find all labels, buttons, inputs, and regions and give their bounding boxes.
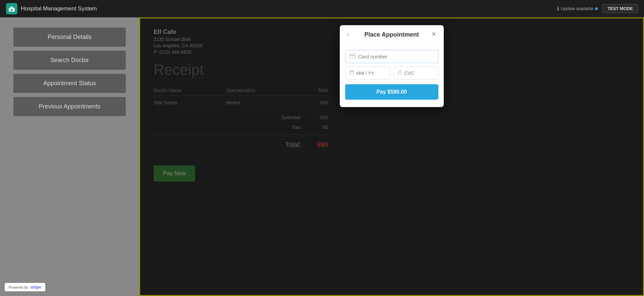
- modal-overlay: ‹ Place Appointment ✕: [140, 18, 643, 295]
- cvc-field[interactable]: [393, 66, 438, 80]
- update-dot: [595, 7, 598, 10]
- info-icon: ℹ: [557, 6, 559, 12]
- modal-header: ‹ Place Appointment ✕: [340, 25, 444, 43]
- modal-back-button[interactable]: ‹: [344, 29, 352, 39]
- svg-rect-4: [350, 55, 355, 56]
- sidebar-item-search-doctor[interactable]: Search Doctor: [13, 51, 126, 70]
- modal-title: Place Appointment: [364, 31, 419, 38]
- powered-by-text: Powered by: [9, 285, 28, 289]
- sidebar: Personal Details Search Doctor Appointme…: [0, 17, 139, 296]
- card-number-input[interactable]: [358, 54, 434, 59]
- modal-close-button[interactable]: ✕: [429, 29, 439, 39]
- svg-rect-9: [398, 72, 401, 75]
- cvc-input[interactable]: [405, 70, 434, 76]
- place-appointment-modal: ‹ Place Appointment ✕: [340, 25, 444, 107]
- main-layout: Personal Details Search Doctor Appointme…: [0, 17, 644, 296]
- card-details-row: [345, 66, 438, 80]
- test-mode-button[interactable]: TEST MODE: [602, 4, 638, 13]
- lock-icon: [398, 70, 402, 76]
- sidebar-item-previous-appointments[interactable]: Previous Appointments: [13, 97, 126, 116]
- pay-button[interactable]: Pay $590.00: [345, 84, 438, 100]
- app-logo-icon: [6, 3, 17, 14]
- svg-rect-2: [11, 9, 12, 11]
- expiry-field[interactable]: [345, 66, 390, 80]
- app-title: Hospital Management System: [21, 5, 97, 12]
- svg-rect-5: [350, 71, 354, 75]
- sidebar-item-appointment-status[interactable]: Appointment Status: [13, 74, 126, 93]
- update-label: Update available: [561, 6, 593, 11]
- card-icon: [350, 54, 356, 59]
- svg-rect-7: [351, 70, 351, 71]
- sidebar-item-personal-details[interactable]: Personal Details: [13, 28, 126, 47]
- calendar-icon: [350, 70, 354, 76]
- topbar-right: ℹ Update available TEST MODE: [557, 4, 638, 13]
- app-logo: Hospital Management System: [6, 3, 97, 14]
- modal-body: Pay $590.00: [340, 43, 444, 107]
- card-number-field[interactable]: [345, 50, 438, 63]
- update-available: ℹ Update available: [557, 6, 598, 12]
- stripe-badge: Powered by stripe: [5, 283, 45, 291]
- topbar: Hospital Management System ℹ Update avai…: [0, 0, 644, 17]
- stripe-logo: stripe: [30, 285, 41, 290]
- svg-rect-1: [10, 6, 13, 8]
- svg-rect-8: [352, 70, 353, 71]
- expiry-input[interactable]: [357, 70, 386, 76]
- content-area: Elf Cafe 2135 Sunset Blvd Los Angeles, C…: [139, 17, 644, 296]
